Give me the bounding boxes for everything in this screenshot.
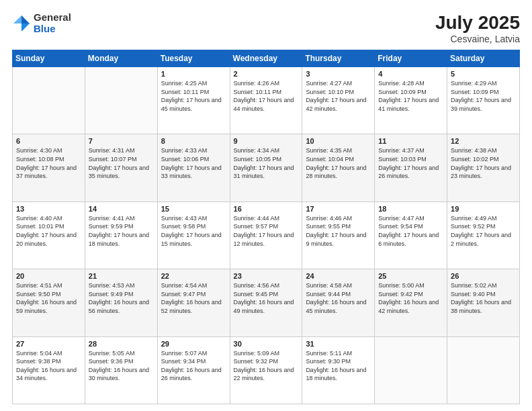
svg-marker-2 [13,15,21,24]
table-row: 15Sunrise: 4:43 AM Sunset: 9:58 PM Dayli… [157,201,230,269]
day-number: 31 [306,340,371,348]
logo-text: General Blue [34,12,71,34]
table-row: 10Sunrise: 4:35 AM Sunset: 10:04 PM Dayl… [302,134,375,201]
day-info: Sunrise: 4:43 AM Sunset: 9:58 PM Dayligh… [161,214,226,248]
table-row: 20Sunrise: 4:51 AM Sunset: 9:50 PM Dayli… [13,269,85,336]
logo-general: General [34,12,71,24]
table-row: 4Sunrise: 4:28 AM Sunset: 10:09 PM Dayli… [375,67,447,134]
table-row: 26Sunrise: 5:02 AM Sunset: 9:40 PM Dayli… [447,269,520,336]
table-row: 6Sunrise: 4:30 AM Sunset: 10:08 PM Dayli… [13,134,85,201]
day-info: Sunrise: 4:47 AM Sunset: 9:54 PM Dayligh… [378,214,443,248]
col-tuesday: Tuesday [157,50,230,67]
day-info: Sunrise: 4:58 AM Sunset: 9:44 PM Dayligh… [306,281,371,315]
calendar-row: 6Sunrise: 4:30 AM Sunset: 10:08 PM Dayli… [13,134,520,201]
day-number: 21 [89,272,154,280]
day-number: 25 [378,272,443,280]
table-row: 29Sunrise: 5:07 AM Sunset: 9:34 PM Dayli… [157,336,230,404]
day-info: Sunrise: 4:26 AM Sunset: 10:11 PM Daylig… [234,79,299,113]
day-number: 20 [16,272,81,280]
day-info: Sunrise: 5:09 AM Sunset: 9:32 PM Dayligh… [234,349,299,383]
day-info: Sunrise: 4:41 AM Sunset: 9:59 PM Dayligh… [89,214,154,248]
table-row: 11Sunrise: 4:37 AM Sunset: 10:03 PM Dayl… [375,134,447,201]
day-info: Sunrise: 4:40 AM Sunset: 10:01 PM Daylig… [16,214,81,248]
day-info: Sunrise: 4:56 AM Sunset: 9:45 PM Dayligh… [234,281,299,315]
day-info: Sunrise: 4:34 AM Sunset: 10:05 PM Daylig… [234,146,299,180]
logo-icon [12,14,31,33]
logo-blue: Blue [34,24,71,35]
table-row: 16Sunrise: 4:44 AM Sunset: 9:57 PM Dayli… [230,201,302,269]
table-row: 8Sunrise: 4:33 AM Sunset: 10:06 PM Dayli… [157,134,230,201]
day-number: 28 [89,340,154,348]
day-number: 9 [234,137,299,145]
day-info: Sunrise: 4:35 AM Sunset: 10:04 PM Daylig… [306,146,371,180]
day-number: 4 [378,70,443,78]
calendar-table: Sunday Monday Tuesday Wednesday Thursday… [12,50,520,404]
day-info: Sunrise: 4:28 AM Sunset: 10:09 PM Daylig… [378,79,443,113]
table-row: 13Sunrise: 4:40 AM Sunset: 10:01 PM Dayl… [13,201,85,269]
day-info: Sunrise: 4:27 AM Sunset: 10:10 PM Daylig… [306,79,371,113]
day-number: 27 [16,340,81,348]
table-row: 28Sunrise: 5:05 AM Sunset: 9:36 PM Dayli… [85,336,157,404]
table-row: 25Sunrise: 5:00 AM Sunset: 9:42 PM Dayli… [375,269,447,336]
month-year: July 2025 [435,12,520,34]
table-row: 5Sunrise: 4:29 AM Sunset: 10:09 PM Dayli… [447,67,520,134]
day-number: 18 [378,205,443,213]
svg-marker-1 [21,24,30,32]
day-number: 6 [16,137,81,145]
table-row: 7Sunrise: 4:31 AM Sunset: 10:07 PM Dayli… [85,134,157,201]
table-row [13,67,85,134]
col-sunday: Sunday [13,50,85,67]
day-info: Sunrise: 4:38 AM Sunset: 10:02 PM Daylig… [451,146,516,180]
location: Cesvaine, Latvia [435,34,520,44]
col-monday: Monday [85,50,157,67]
table-row: 1Sunrise: 4:25 AM Sunset: 10:11 PM Dayli… [157,67,230,134]
day-info: Sunrise: 4:54 AM Sunset: 9:47 PM Dayligh… [161,281,226,315]
day-number: 22 [161,272,226,280]
table-row: 14Sunrise: 4:41 AM Sunset: 9:59 PM Dayli… [85,201,157,269]
svg-marker-0 [21,15,30,24]
day-number: 16 [234,205,299,213]
day-number: 24 [306,272,371,280]
table-row: 2Sunrise: 4:26 AM Sunset: 10:11 PM Dayli… [230,67,302,134]
day-info: Sunrise: 5:02 AM Sunset: 9:40 PM Dayligh… [451,281,516,315]
page: General Blue July 2025 Cesvaine, Latvia … [0,0,532,411]
table-row: 3Sunrise: 4:27 AM Sunset: 10:10 PM Dayli… [302,67,375,134]
table-row: 9Sunrise: 4:34 AM Sunset: 10:05 PM Dayli… [230,134,302,201]
calendar-header-row: Sunday Monday Tuesday Wednesday Thursday… [13,50,520,67]
table-row: 23Sunrise: 4:56 AM Sunset: 9:45 PM Dayli… [230,269,302,336]
col-friday: Friday [375,50,447,67]
day-info: Sunrise: 4:46 AM Sunset: 9:55 PM Dayligh… [306,214,371,248]
col-thursday: Thursday [302,50,375,67]
day-number: 8 [161,137,226,145]
day-info: Sunrise: 4:53 AM Sunset: 9:49 PM Dayligh… [89,281,154,315]
calendar-row: 27Sunrise: 5:04 AM Sunset: 9:38 PM Dayli… [13,336,520,404]
day-number: 1 [161,70,226,78]
calendar-row: 1Sunrise: 4:25 AM Sunset: 10:11 PM Dayli… [13,67,520,134]
day-number: 30 [234,340,299,348]
day-number: 5 [451,70,516,78]
table-row: 22Sunrise: 4:54 AM Sunset: 9:47 PM Dayli… [157,269,230,336]
day-number: 10 [306,137,371,145]
day-info: Sunrise: 4:25 AM Sunset: 10:11 PM Daylig… [161,79,226,113]
day-info: Sunrise: 4:44 AM Sunset: 9:57 PM Dayligh… [234,214,299,248]
day-info: Sunrise: 4:29 AM Sunset: 10:09 PM Daylig… [451,79,516,113]
day-info: Sunrise: 5:05 AM Sunset: 9:36 PM Dayligh… [89,349,154,383]
table-row [85,67,157,134]
day-number: 17 [306,205,371,213]
day-number: 29 [161,340,226,348]
table-row: 30Sunrise: 5:09 AM Sunset: 9:32 PM Dayli… [230,336,302,404]
day-number: 2 [234,70,299,78]
day-info: Sunrise: 5:00 AM Sunset: 9:42 PM Dayligh… [378,281,443,315]
col-saturday: Saturday [447,50,520,67]
day-number: 26 [451,272,516,280]
table-row: 27Sunrise: 5:04 AM Sunset: 9:38 PM Dayli… [13,336,85,404]
logo: General Blue [12,12,71,34]
day-number: 15 [161,205,226,213]
table-row: 24Sunrise: 4:58 AM Sunset: 9:44 PM Dayli… [302,269,375,336]
day-info: Sunrise: 5:07 AM Sunset: 9:34 PM Dayligh… [161,349,226,383]
day-info: Sunrise: 4:31 AM Sunset: 10:07 PM Daylig… [89,146,154,180]
day-info: Sunrise: 4:49 AM Sunset: 9:52 PM Dayligh… [451,214,516,248]
table-row [375,336,447,404]
table-row: 17Sunrise: 4:46 AM Sunset: 9:55 PM Dayli… [302,201,375,269]
day-info: Sunrise: 5:11 AM Sunset: 9:30 PM Dayligh… [306,349,371,383]
